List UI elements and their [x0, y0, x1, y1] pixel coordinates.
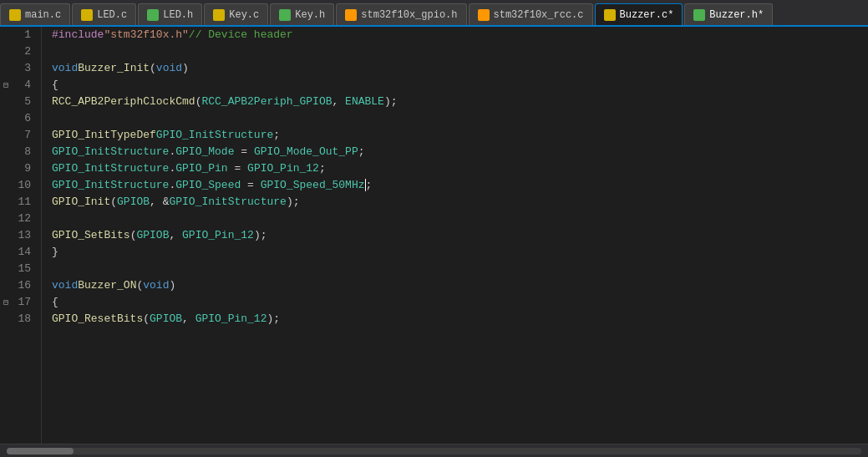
code-line-15 [52, 261, 868, 277]
tab-key-c[interactable]: Key.c [204, 3, 268, 25]
code-line-10: GPIO_InitStructure.GPIO_Speed = GPIO_Spe… [52, 177, 868, 194]
code-line-2 [52, 43, 868, 60]
line-numbers: 123456789101112131415161718 [12, 27, 42, 444]
code-line-12 [52, 211, 868, 227]
line-num-8: 8 [12, 144, 34, 160]
tab-icon-key-c [213, 9, 225, 21]
fold-cell-10 [0, 177, 12, 194]
tab-icon-buzzer-h [693, 9, 705, 21]
tab-bar: main.cLED.cLED.hKey.cKey.hstm32f10x_gpio… [0, 0, 868, 27]
tab-icon-stm32f10x-rcc-c [478, 9, 490, 21]
tab-label-main-c: main.c [25, 9, 61, 21]
line-num-16: 16 [12, 277, 34, 294]
line-num-17: 17 [12, 294, 34, 311]
tab-led-c[interactable]: LED.c [72, 3, 136, 25]
line-num-2: 2 [12, 43, 34, 60]
fold-cell-7 [0, 127, 12, 144]
code-line-5: RCC_APB2PeriphClockCmd(RCC_APB2Periph_GP… [52, 94, 868, 110]
scrollbar-thumb[interactable] [7, 448, 74, 454]
line-num-14: 14 [12, 244, 34, 261]
line-num-18: 18 [12, 311, 34, 328]
tab-key-h[interactable]: Key.h [270, 3, 334, 25]
fold-cell-4[interactable]: ⊟ [0, 77, 12, 94]
line-num-4: 4 [12, 77, 34, 94]
tab-stm32f10x-gpio-h[interactable]: stm32f10x_gpio.h [336, 3, 466, 25]
fold-cell-1 [0, 27, 12, 43]
line-num-12: 12 [12, 211, 34, 227]
fold-cell-17[interactable]: ⊟ [0, 294, 12, 311]
fold-cell-15 [0, 261, 12, 277]
fold-margin: ⊟⊟ [0, 27, 12, 444]
tab-icon-stm32f10x-gpio-h [345, 9, 357, 21]
line-num-7: 7 [12, 127, 34, 144]
code-line-8: GPIO_InitStructure.GPIO_Mode = GPIO_Mode… [52, 144, 868, 160]
editor-area: ⊟⊟ 123456789101112131415161718 #include … [0, 27, 868, 444]
fold-cell-3 [0, 60, 12, 77]
fold-cell-18 [0, 311, 12, 328]
line-num-9: 9 [12, 160, 34, 177]
code-line-9: GPIO_InitStructure.GPIO_Pin = GPIO_Pin_1… [52, 160, 868, 177]
tab-label-buzzer-c: Buzzer.c* [620, 9, 674, 21]
fold-cell-6 [0, 110, 12, 127]
tab-main-c[interactable]: main.c [0, 3, 70, 25]
line-num-10: 10 [12, 177, 34, 194]
line-num-1: 1 [12, 27, 34, 43]
fold-cell-11 [0, 194, 12, 211]
fold-cell-13 [0, 227, 12, 244]
code-line-14: } [52, 244, 868, 261]
tab-icon-led-c [81, 9, 93, 21]
tab-icon-main-c [9, 9, 21, 21]
tab-label-led-c: LED.c [97, 9, 127, 21]
fold-cell-8 [0, 144, 12, 160]
code-line-16: void Buzzer_ON(void) [52, 277, 868, 294]
tab-buzzer-c[interactable]: Buzzer.c* [595, 3, 683, 25]
tab-icon-led-h [147, 9, 159, 21]
tab-label-stm32f10x-gpio-h: stm32f10x_gpio.h [361, 9, 457, 21]
fold-cell-9 [0, 160, 12, 177]
tab-icon-key-h [279, 9, 291, 21]
fold-cell-14 [0, 244, 12, 261]
code-line-3: void Buzzer_Init(void) [52, 60, 868, 77]
tab-buzzer-h[interactable]: Buzzer.h* [684, 3, 773, 25]
code-line-11: GPIO_Init(GPIOB, &GPIO_InitStructure); [52, 194, 868, 211]
tab-label-led-h: LED.h [163, 9, 193, 21]
scrollbar-track[interactable] [7, 448, 861, 454]
tab-label-stm32f10x-rcc-c: stm32f10x_rcc.c [494, 9, 584, 21]
code-content[interactable]: #include "stm32f10x.h" // Device headerv… [42, 27, 868, 444]
code-line-18: GPIO_ResetBits(GPIOB, GPIO_Pin_12); [52, 311, 868, 328]
line-num-11: 11 [12, 194, 34, 211]
code-line-17: { [52, 294, 868, 311]
code-line-4: { [52, 77, 868, 94]
tab-icon-buzzer-c [604, 9, 616, 21]
fold-cell-16 [0, 277, 12, 294]
line-num-3: 3 [12, 60, 34, 77]
fold-cell-2 [0, 43, 12, 60]
line-num-13: 13 [12, 227, 34, 244]
tab-stm32f10x-rcc-c[interactable]: stm32f10x_rcc.c [469, 3, 593, 25]
code-line-7: GPIO_InitTypeDef GPIO_InitStructure; [52, 127, 868, 144]
fold-cell-5 [0, 94, 12, 110]
line-num-5: 5 [12, 94, 34, 110]
tab-label-key-h: Key.h [295, 9, 325, 21]
fold-cell-12 [0, 211, 12, 227]
code-line-1: #include "stm32f10x.h" // Device header [52, 27, 868, 43]
text-cursor [365, 179, 366, 191]
line-num-15: 15 [12, 261, 34, 277]
scrollbar-area[interactable] [0, 444, 868, 457]
tab-label-key-c: Key.c [229, 9, 259, 21]
code-line-13: GPIO_SetBits(GPIOB, GPIO_Pin_12); [52, 227, 868, 244]
tab-label-buzzer-h: Buzzer.h* [709, 9, 764, 21]
line-num-6: 6 [12, 110, 34, 127]
code-line-6 [52, 110, 868, 127]
tab-led-h[interactable]: LED.h [138, 3, 202, 25]
